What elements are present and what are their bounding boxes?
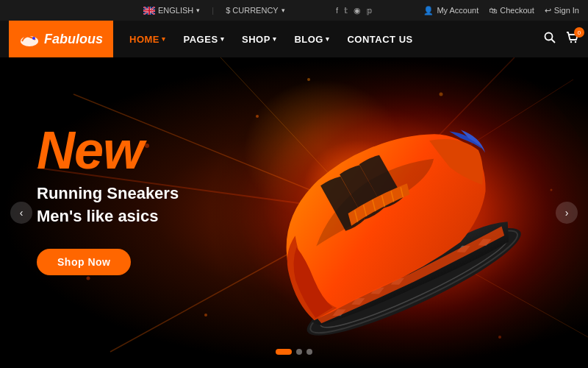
next-slide-button[interactable]: ›: [556, 202, 578, 224]
language-selector[interactable]: ENGLISH ▾: [143, 6, 200, 15]
nav-links: HOME ▾ PAGES ▾ SHOP ▾ BLOG ▾ CONTACT US: [122, 29, 544, 49]
social-icons: f 𝕥 ◉ 𝕡: [336, 6, 373, 15]
slide-indicators: [276, 349, 312, 355]
nav-item-blog[interactable]: BLOG ▾: [287, 29, 337, 49]
nav-item-shop[interactable]: SHOP ▾: [234, 29, 284, 49]
search-icon: [544, 32, 556, 43]
currency-chevron: ▾: [282, 7, 285, 14]
currency-selector[interactable]: $ CURRENCY ▾: [226, 6, 285, 15]
svg-point-3: [545, 33, 553, 40]
hero-new-text: New: [37, 124, 179, 177]
top-bar-left: ENGLISH ▾ | $ CURRENCY ▾: [143, 6, 285, 15]
nav-item-home[interactable]: HOME ▾: [122, 29, 173, 49]
pinterest-icon[interactable]: 𝕡: [367, 6, 373, 15]
twitter-icon[interactable]: 𝕥: [344, 6, 348, 15]
sneaker-image: [235, 79, 544, 344]
cart-badge: 0: [574, 27, 584, 38]
sneaker-svg: [235, 79, 544, 344]
svg-point-18: [204, 314, 207, 316]
blog-chevron: ▾: [326, 35, 330, 43]
svg-point-5: [570, 41, 572, 43]
logo-text: Fabulous: [44, 32, 103, 47]
svg-point-23: [87, 277, 90, 280]
svg-point-1: [21, 36, 38, 46]
search-button[interactable]: [544, 32, 556, 46]
shop-now-button[interactable]: Shop Now: [37, 249, 131, 275]
top-bar-right: 👤 My Account 🛍 Checkout ↩ Sign In: [423, 6, 579, 15]
logo-icon: [19, 31, 40, 47]
home-chevron: ▾: [162, 35, 166, 43]
user-icon: 👤: [423, 6, 434, 15]
top-bar: ENGLISH ▾ | $ CURRENCY ▾ f 𝕥 ◉ 𝕡 👤 My Ac…: [0, 0, 588, 21]
facebook-icon[interactable]: f: [336, 6, 338, 15]
checkout-icon: 🛍: [489, 6, 497, 15]
signin-icon: ↩: [545, 6, 551, 15]
pages-chevron: ▾: [220, 35, 225, 43]
hero-subtitle: Running Sneakers Men's like asics: [37, 183, 179, 228]
separator: |: [212, 6, 214, 15]
language-chevron: ▾: [196, 7, 200, 14]
cart-button[interactable]: 0: [566, 32, 579, 46]
instagram-icon[interactable]: ◉: [354, 6, 361, 15]
svg-point-2: [32, 37, 35, 40]
svg-point-6: [575, 41, 576, 43]
slide-dot-1[interactable]: [276, 349, 292, 355]
nav-item-pages[interactable]: PAGES ▾: [176, 29, 232, 49]
slide-dot-3[interactable]: [306, 349, 312, 355]
hero-section: New Running Sneakers Men's like asics Sh…: [0, 57, 588, 368]
main-nav: Fabulous HOME ▾ PAGES ▾ SHOP ▾ BLOG ▾ CO…: [0, 21, 588, 57]
signin-link[interactable]: ↩ Sign In: [545, 6, 579, 15]
svg-point-21: [551, 189, 553, 191]
shop-chevron: ▾: [273, 35, 277, 43]
slide-dot-2[interactable]: [296, 349, 302, 355]
my-account-link[interactable]: 👤 My Account: [423, 6, 478, 15]
logo[interactable]: Fabulous: [9, 21, 113, 57]
flag-icon: [143, 7, 155, 15]
svg-line-4: [552, 40, 556, 43]
nav-item-contact[interactable]: CONTACT US: [340, 29, 420, 49]
nav-right: 0: [544, 32, 579, 46]
checkout-link[interactable]: 🛍 Checkout: [489, 6, 534, 15]
prev-slide-button[interactable]: ‹: [10, 202, 32, 224]
hero-content: New Running Sneakers Men's like asics Sh…: [37, 124, 179, 275]
